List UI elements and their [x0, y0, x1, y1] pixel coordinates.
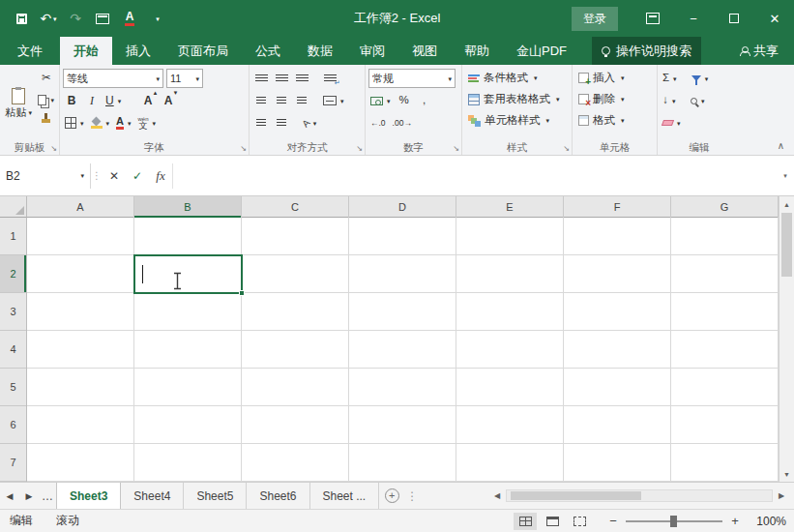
font-dialog-launcher[interactable]: ↘ — [240, 145, 247, 153]
zoom-in-button[interactable]: + — [728, 514, 742, 528]
horizontal-scroll-track[interactable] — [506, 489, 773, 502]
top-align-button[interactable] — [252, 69, 270, 88]
align-left-button[interactable] — [252, 91, 270, 110]
column-header-e[interactable]: E — [456, 196, 564, 218]
insert-function-button[interactable]: fx — [149, 163, 172, 189]
column-header-c[interactable]: C — [242, 196, 349, 218]
zoom-slider-track[interactable] — [626, 520, 722, 522]
sheetbar-splitter[interactable]: ⋮ — [404, 483, 420, 509]
maximize-button[interactable] — [715, 0, 753, 37]
sheet-tab-sheet3[interactable]: Sheet3 — [56, 483, 121, 509]
delete-cells-button[interactable]: 删除▾ — [575, 89, 654, 109]
tab-insert[interactable]: 插入 — [112, 37, 164, 65]
italic-button[interactable]: I — [83, 91, 101, 110]
fill-button[interactable]: ↓▾ — [661, 91, 678, 110]
cancel-button[interactable]: ✕ — [103, 163, 126, 189]
wrap-text-button[interactable] — [321, 69, 338, 88]
select-all-button[interactable] — [0, 196, 27, 218]
page-layout-view-button[interactable] — [541, 513, 564, 530]
row-header-2[interactable]: 2 — [0, 255, 26, 293]
collapse-ribbon-button[interactable]: ∧ — [778, 140, 784, 151]
redo-button[interactable]: ↷ — [64, 6, 87, 31]
zoom-slider-thumb[interactable] — [670, 516, 677, 527]
formula-bar-splitter[interactable]: ⋮ — [91, 170, 103, 181]
minimize-button[interactable]: − — [674, 0, 713, 37]
autosum-button[interactable]: Σ▾ — [661, 69, 679, 88]
row-header-7[interactable]: 7 — [0, 444, 26, 482]
close-button[interactable]: ✕ — [755, 0, 794, 37]
sheet-nav-left[interactable]: ◀ — [0, 483, 19, 509]
column-header-b[interactable]: B — [134, 196, 242, 218]
name-box[interactable]: B2▾ — [0, 163, 91, 189]
cells-area[interactable] — [27, 218, 779, 482]
sheet-tab-more[interactable]: Sheet ... — [310, 483, 380, 509]
insert-cells-button[interactable]: 插入▾ — [575, 68, 654, 88]
tab-review[interactable]: 审阅 — [346, 37, 398, 65]
bold-button[interactable]: B — [63, 91, 80, 110]
sheet-list-ellipsis[interactable]: … — [39, 483, 56, 509]
align-right-button[interactable] — [293, 91, 310, 110]
page-break-view-button[interactable] — [568, 513, 591, 530]
copy-button[interactable]: ▾ — [36, 90, 56, 109]
font-name-combo[interactable]: 等线▾ — [63, 69, 163, 88]
tab-help[interactable]: 帮助 — [451, 37, 503, 65]
middle-align-button[interactable] — [273, 69, 290, 88]
scroll-up-icon[interactable]: ▲ — [779, 196, 794, 212]
enter-button[interactable]: ✓ — [126, 163, 149, 189]
active-cell-b2[interactable] — [133, 254, 243, 294]
orientation-button[interactable]: A▾ — [301, 113, 318, 133]
undo-button[interactable]: ↶▾ — [37, 6, 60, 31]
cut-button[interactable]: ✂ — [36, 69, 56, 88]
increase-decimal-button[interactable]: ←.0 — [368, 113, 388, 133]
paste-button[interactable]: 粘贴▾ — [3, 68, 34, 140]
comma-style-button[interactable]: , — [416, 91, 433, 110]
number-format-combo[interactable]: 常规▾ — [368, 69, 456, 88]
conditional-formatting-button[interactable]: 条件格式▾ — [465, 68, 569, 88]
ribbon-display-options-button[interactable] — [633, 0, 672, 37]
login-button[interactable]: 登录 — [572, 7, 618, 31]
accounting-format-button[interactable]: ▾ — [368, 91, 393, 110]
row-header-6[interactable]: 6 — [0, 406, 26, 444]
vertical-scrollbar[interactable]: ▲ ▼ — [779, 196, 794, 482]
clipboard-dialog-launcher[interactable]: ↘ — [50, 145, 57, 153]
normal-view-button[interactable] — [514, 513, 537, 530]
tab-data[interactable]: 数据 — [294, 37, 346, 65]
fill-color-button[interactable]: ▾ — [89, 113, 112, 133]
column-header-d[interactable]: D — [349, 196, 456, 218]
zoom-out-button[interactable]: − — [606, 514, 620, 528]
sheet-tab-sheet5[interactable]: Sheet5 — [184, 483, 247, 509]
decrease-font-size-button[interactable]: A▼ — [160, 91, 177, 110]
underline-button[interactable]: U▾ — [103, 91, 123, 110]
fill-handle[interactable] — [239, 290, 245, 296]
borders-button[interactable]: ▾ — [63, 113, 86, 133]
scroll-left-icon[interactable]: ◀ — [490, 491, 504, 500]
tab-wps-pdf[interactable]: 金山PDF — [503, 37, 580, 65]
column-header-f[interactable]: F — [564, 196, 671, 218]
horizontal-scrollbar[interactable]: ◀ ▶ — [490, 483, 794, 509]
tab-home[interactable]: 开始 — [60, 37, 112, 65]
sheet-tab-sheet4[interactable]: Sheet4 — [121, 483, 184, 509]
decrease-decimal-button[interactable]: .00→ — [391, 113, 414, 133]
expand-formula-bar-button[interactable]: ▾ — [775, 163, 794, 189]
vertical-scroll-thumb[interactable] — [781, 213, 792, 277]
alignment-dialog-launcher[interactable]: ↘ — [356, 145, 363, 153]
clear-button[interactable]: ▾ — [661, 113, 683, 133]
row-header-3[interactable]: 3 — [0, 293, 26, 331]
sheet-nav-right[interactable]: ▶ — [19, 483, 39, 509]
row-header-1[interactable]: 1 — [0, 218, 26, 255]
tell-me-search[interactable]: 操作说明搜索 — [592, 37, 701, 65]
print-preview-button[interactable] — [91, 6, 114, 31]
row-header-5[interactable]: 5 — [0, 369, 26, 406]
merge-center-button[interactable]: ▾ — [321, 91, 346, 110]
percent-style-button[interactable]: % — [396, 91, 413, 110]
sheet-tab-sheet6[interactable]: Sheet6 — [247, 483, 309, 509]
sort-filter-button[interactable]: ▾ — [690, 69, 711, 88]
row-header-4[interactable]: 4 — [0, 331, 26, 369]
scroll-right-icon[interactable]: ▶ — [775, 491, 788, 500]
column-header-a[interactable]: A — [27, 196, 134, 218]
decrease-indent-button[interactable] — [252, 113, 270, 133]
customize-qat-button[interactable]: ▾ — [145, 6, 168, 31]
zoom-level[interactable]: 100% — [750, 515, 786, 528]
share-button[interactable]: 共享 — [723, 37, 794, 65]
font-size-combo[interactable]: 11▾ — [166, 69, 203, 88]
